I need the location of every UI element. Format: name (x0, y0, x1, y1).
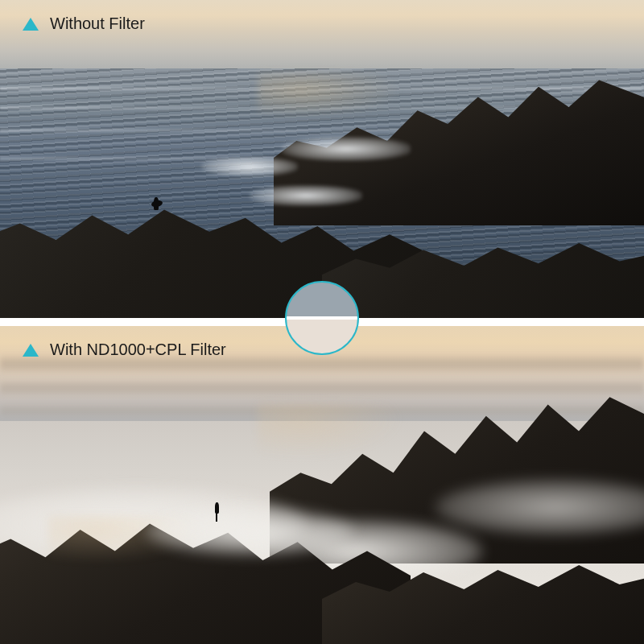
seascape-without-filter (0, 0, 644, 318)
label-text-bottom: With ND1000+CPL Filter (50, 341, 226, 359)
bird-icon (149, 197, 163, 217)
panel-divider (0, 318, 644, 326)
triangle-marker-icon (23, 18, 39, 31)
label-without-filter: Without Filter (23, 14, 145, 33)
label-text-top: Without Filter (50, 14, 145, 33)
triangle-marker-icon (23, 344, 39, 357)
comparison-panel-with-filter: With ND1000+CPL Filter (0, 326, 644, 644)
comparison-panel-without-filter: Without Filter (0, 0, 644, 318)
heron-icon (211, 502, 222, 522)
seascape-with-filter (0, 326, 644, 644)
label-with-filter: With ND1000+CPL Filter (23, 341, 226, 359)
magnifier-circle-icon (285, 281, 359, 355)
